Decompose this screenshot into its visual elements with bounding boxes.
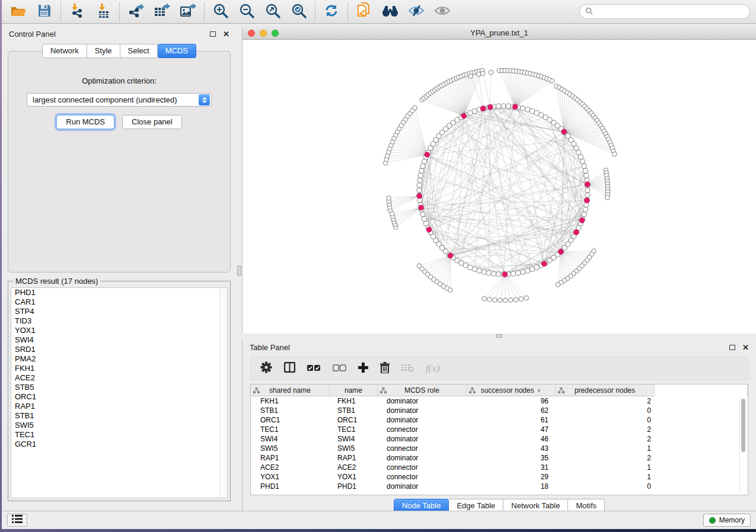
import-network-button[interactable] (64, 2, 90, 22)
show-panels-button[interactable] (7, 514, 27, 527)
network-node[interactable] (468, 74, 473, 79)
network-node[interactable] (521, 106, 525, 111)
table-cell[interactable]: ORC1 (251, 415, 330, 425)
table-cell[interactable]: 2 (556, 434, 655, 444)
mcds-hub-node[interactable] (425, 152, 430, 158)
network-node[interactable] (583, 168, 588, 173)
network-node[interactable] (519, 297, 524, 302)
mcds-hub-node[interactable] (461, 113, 467, 118)
table-cell[interactable]: 2 (556, 396, 655, 406)
network-node[interactable] (417, 178, 422, 182)
mcds-result-item[interactable]: YOX1 (11, 326, 227, 335)
mcds-result-item[interactable]: STB1 (11, 411, 227, 421)
network-node[interactable] (576, 150, 581, 155)
table-cell[interactable]: dominator (378, 453, 467, 463)
mcds-hub-node[interactable] (562, 129, 567, 134)
table-cell[interactable]: FKH1 (330, 396, 378, 406)
network-node[interactable] (417, 183, 422, 188)
network-node[interactable] (472, 109, 477, 114)
network-node[interactable] (493, 298, 497, 303)
mcds-result-item[interactable]: STP4 (11, 307, 227, 316)
network-node[interactable] (578, 155, 583, 159)
close-panel-icon[interactable]: ✕ (223, 30, 229, 38)
run-mcds-button[interactable]: Run MCDS (56, 115, 114, 129)
network-node[interactable] (501, 104, 506, 108)
table-row[interactable]: YOX1YOX1connector291 (251, 472, 748, 482)
table-cell[interactable]: 2 (556, 425, 655, 434)
network-node[interactable] (556, 283, 560, 287)
table-row[interactable]: SWI4SWI4dominator462 (251, 434, 748, 444)
mcds-result-item[interactable]: CAR1 (11, 297, 227, 307)
import-table-button[interactable] (90, 2, 116, 22)
network-node[interactable] (472, 267, 477, 271)
table-cell[interactable]: ACE2 (251, 463, 330, 472)
mcds-result-item[interactable]: ACE2 (11, 373, 227, 383)
mcds-hub-node[interactable] (513, 104, 518, 110)
table-row[interactable]: FKH1FKH1dominator962 (251, 396, 748, 406)
network-node[interactable] (477, 268, 481, 273)
table-settings-button[interactable] (260, 361, 272, 376)
network-node[interactable] (419, 168, 424, 173)
network-node[interactable] (468, 111, 473, 116)
network-node[interactable] (513, 297, 518, 302)
mcds-hub-node[interactable] (542, 261, 547, 267)
network-node[interactable] (605, 196, 610, 200)
mcds-result-item[interactable]: PHD1 (11, 288, 227, 297)
table-cell[interactable]: dominator (378, 415, 467, 425)
network-node[interactable] (413, 105, 417, 110)
delete-table-button[interactable] (401, 363, 414, 374)
mcds-result-item[interactable]: TEC1 (11, 430, 227, 440)
network-node[interactable] (530, 267, 535, 271)
table-cell[interactable]: ORC1 (330, 415, 378, 425)
network-node[interactable] (422, 217, 427, 222)
network-node[interactable] (496, 104, 501, 108)
table-cell[interactable]: SWI5 (251, 444, 330, 453)
network-node[interactable] (585, 188, 590, 193)
network-node[interactable] (534, 265, 539, 270)
table-cell[interactable]: connector (378, 472, 467, 482)
mcds-hub-node[interactable] (448, 253, 453, 258)
memory-button[interactable]: Memory (703, 514, 751, 527)
mcds-result-item[interactable]: GCR1 (11, 440, 227, 449)
table-cell[interactable]: 96 (467, 396, 556, 406)
table-cell[interactable]: 46 (467, 434, 556, 444)
network-node[interactable] (516, 271, 521, 275)
network-node[interactable] (422, 159, 427, 164)
mcds-hub-node[interactable] (417, 194, 422, 199)
column-header-shared-name[interactable]: shared name (251, 384, 330, 396)
table-cell[interactable]: SWI4 (251, 434, 330, 444)
column-header-MCDS-role[interactable]: MCDS role (378, 384, 467, 396)
network-node[interactable] (481, 270, 486, 274)
table-row[interactable]: PHD1PHD1dominator180 (251, 482, 748, 491)
network-node[interactable] (468, 265, 473, 270)
scrollbar-thumb[interactable] (741, 399, 745, 452)
column-header-predecessor-nodes[interactable]: predecessor nodes (556, 384, 655, 396)
search-field[interactable] (579, 4, 750, 19)
show-graphics-details-button[interactable] (429, 2, 455, 22)
mcds-result-item[interactable]: SRD1 (11, 345, 227, 354)
network-node[interactable] (417, 264, 422, 268)
hide-selected-button[interactable] (403, 2, 429, 22)
mcds-hub-node[interactable] (559, 249, 564, 255)
result-list-scrollbar[interactable] (219, 288, 227, 498)
table-row[interactable]: SWI5SWI5connector431 (251, 444, 748, 453)
table-cell[interactable]: 61 (467, 415, 556, 425)
table-cell[interactable]: 62 (467, 406, 556, 415)
table-cell[interactable]: SWI4 (330, 434, 378, 444)
close-panel-icon[interactable]: ✕ (742, 344, 749, 351)
table-cell[interactable]: ACE2 (330, 463, 378, 472)
network-node[interactable] (525, 107, 530, 112)
table-row[interactable]: ACE2ACE2connector311 (251, 463, 748, 472)
table-cell[interactable]: TEC1 (251, 425, 330, 434)
network-node[interactable] (498, 298, 503, 303)
network-node[interactable] (482, 296, 487, 301)
network-node[interactable] (491, 271, 496, 276)
float-panel-icon[interactable] (729, 345, 735, 350)
select-all-button[interactable] (307, 363, 321, 374)
network-graph[interactable] (243, 40, 756, 333)
table-cell[interactable]: 2 (556, 453, 655, 463)
table-cell[interactable]: 1 (556, 444, 655, 453)
table-cell[interactable]: dominator (378, 434, 467, 444)
table-row[interactable]: TEC1TEC1connector472 (251, 425, 748, 434)
network-node[interactable] (613, 152, 617, 156)
